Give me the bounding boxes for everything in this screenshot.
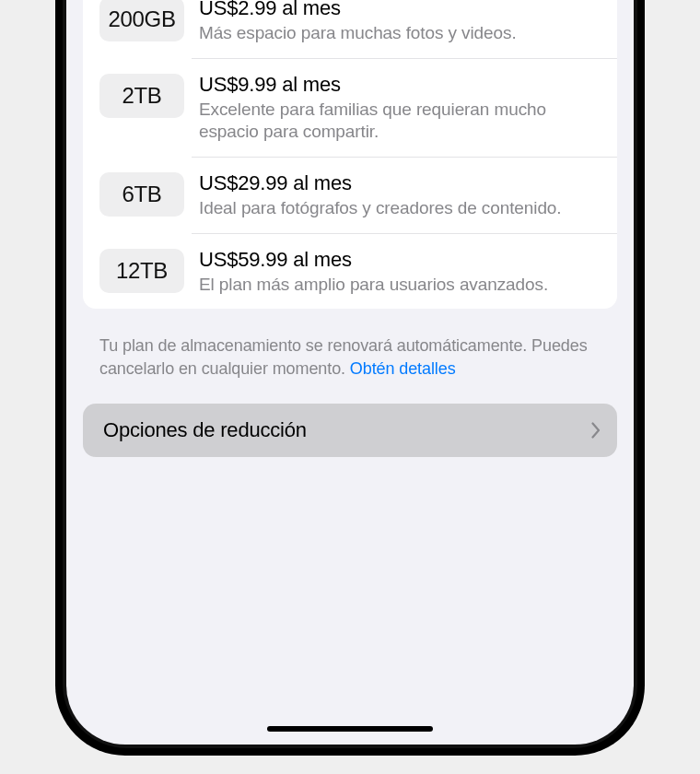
plan-info: US$59.99 al mes El plan más amplio para … — [199, 246, 601, 297]
plan-price: US$29.99 al mes — [199, 171, 601, 195]
plan-row-12tb[interactable]: 12TB US$59.99 al mes El plan más amplio … — [83, 233, 617, 310]
footer-note: Tu plan de almacenamiento se renovará au… — [99, 334, 601, 380]
plan-price: US$2.99 al mes — [199, 0, 601, 20]
plan-size-badge: 2TB — [99, 74, 184, 118]
downgrade-label: Opciones de reducción — [103, 418, 307, 442]
phone-frame: 200GB US$2.99 al mes Más espacio para mu… — [55, 0, 645, 756]
plan-desc: Excelente para familias que requieran mu… — [199, 99, 601, 144]
plan-info: US$2.99 al mes Más espacio para muchas f… — [199, 0, 601, 45]
downgrade-options-button[interactable]: Opciones de reducción — [83, 404, 617, 457]
details-link[interactable]: Obtén detalles — [350, 359, 456, 378]
plan-row-200gb[interactable]: 200GB US$2.99 al mes Más espacio para mu… — [83, 0, 617, 58]
plan-info: US$9.99 al mes Excelente para familias q… — [199, 71, 601, 144]
plan-row-2tb[interactable]: 2TB US$9.99 al mes Excelente para famili… — [83, 58, 617, 157]
plan-price: US$59.99 al mes — [199, 248, 601, 272]
plan-desc: Ideal para fotógrafos y creadores de con… — [199, 197, 601, 220]
footer-text: Tu plan de almacenamiento se renovará au… — [99, 336, 588, 377]
chevron-right-icon — [591, 422, 601, 439]
screen: 200GB US$2.99 al mes Más espacio para mu… — [66, 0, 634, 745]
home-indicator[interactable] — [267, 726, 433, 732]
plan-desc: El plan más amplio para usuarios avanzad… — [199, 274, 601, 297]
plan-desc: Más espacio para muchas fotos y videos. — [199, 22, 601, 45]
plan-row-6tb[interactable]: 6TB US$29.99 al mes Ideal para fotógrafo… — [83, 157, 617, 233]
plans-card: 200GB US$2.99 al mes Más espacio para mu… — [83, 0, 617, 309]
plan-size-badge: 12TB — [99, 249, 184, 293]
plan-info: US$29.99 al mes Ideal para fotógrafos y … — [199, 170, 601, 220]
plan-size-badge: 6TB — [99, 172, 184, 217]
plan-price: US$9.99 al mes — [199, 73, 601, 97]
phone-inner: 200GB US$2.99 al mes Más espacio para mu… — [63, 0, 637, 748]
plan-size-badge: 200GB — [99, 0, 184, 41]
